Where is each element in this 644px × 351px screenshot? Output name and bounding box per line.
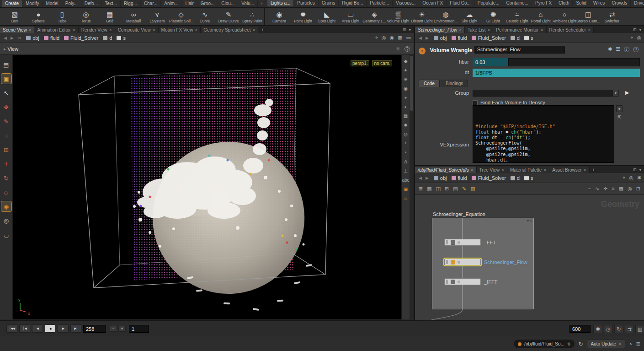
play-button[interactable]: ▶ <box>58 324 69 333</box>
pane-tab[interactable]: Schroedinger_Flow × <box>415 27 465 33</box>
pin-pane-icon[interactable]: ⌖ <box>375 35 378 41</box>
expand-editor-icon[interactable]: ⇱ <box>617 115 621 119</box>
pane-tab[interactable]: Render View × <box>79 27 115 33</box>
pane-maximize-icon[interactable]: ⬒ <box>1 59 11 70</box>
pane-tab[interactable]: Tree View × <box>477 167 507 173</box>
shelf-set-tab[interactable]: Particle... <box>367 0 393 6</box>
info-icon[interactable]: i <box>624 47 629 52</box>
split-view-icon[interactable]: ◫ <box>436 186 441 192</box>
jump-start-button[interactable]: │◀◀ <box>6 324 17 333</box>
shelf-set-tab[interactable]: Model <box>43 0 62 7</box>
thumb-view-icon[interactable]: ▦ <box>427 186 431 192</box>
help-icon[interactable]: ? <box>404 46 410 52</box>
shelf-tool[interactable]: ▧ Box <box>3 10 27 23</box>
pane-tab[interactable]: Scene View × <box>0 27 34 33</box>
lights-display-icon[interactable]: ✹ <box>404 123 407 128</box>
normals-icon[interactable]: ⊥ <box>404 168 408 174</box>
breadcrumb-item[interactable]: fluid <box>449 34 469 42</box>
notes-icon[interactable]: ✎ <box>462 186 466 192</box>
taskbar-icon[interactable]: ▤ <box>453 186 458 192</box>
recook-icon[interactable]: ↻ <box>578 341 583 347</box>
shelf-set-tab[interactable]: Rigg... <box>121 0 141 7</box>
shelf-set-tab[interactable]: Volu... <box>238 0 258 7</box>
pane-tab[interactable]: Composite View × <box>115 27 159 33</box>
shelf-set-tab[interactable]: Char... <box>141 0 161 7</box>
pane-tiles-icon[interactable]: ⊞ <box>633 167 637 172</box>
snap-grid-icon[interactable]: ✛ <box>603 186 607 192</box>
camera-link-icon[interactable]: ◉ <box>390 35 394 41</box>
breadcrumb-item[interactable]: fluid <box>449 174 469 182</box>
shelf-tool[interactable]: ◎ Torus <box>74 10 98 23</box>
network-node[interactable]: _IFFT <box>444 278 497 285</box>
translate-tool-icon[interactable]: ✛ <box>1 159 11 169</box>
breadcrumb-item[interactable]: Fluid_Solver <box>62 34 101 42</box>
node-body[interactable] <box>444 239 481 246</box>
shelf-tool[interactable]: ≈ Caustic Light <box>505 10 529 23</box>
pane-tab[interactable]: Geometry Spreadsheet × <box>201 27 258 33</box>
close-icon[interactable]: × <box>153 27 155 32</box>
breadcrumb-item[interactable]: s <box>522 34 536 42</box>
shelf-tool[interactable]: ○ Ambient Light <box>553 10 576 23</box>
heat-icon[interactable]: ♨ <box>404 196 408 201</box>
node-body[interactable] <box>444 259 481 265</box>
breadcrumb-item[interactable]: fluid <box>42 34 62 42</box>
dt-value-field[interactable]: 1/$FPS <box>473 69 640 77</box>
play-reverse-button[interactable]: ◀ <box>32 324 43 333</box>
forward-icon[interactable]: ▶ <box>10 36 15 40</box>
pane-tab[interactable]: Motion FX View × <box>159 27 201 33</box>
bind-density-checkbox[interactable] <box>473 100 478 105</box>
pane-tab[interactable]: Animation Editor × <box>34 27 78 33</box>
shelf-set-tab[interactable]: Rigid Bo... <box>339 0 367 6</box>
follow-selection-icon[interactable]: ◎ <box>629 175 633 181</box>
pose-tool-icon[interactable]: ◉ <box>1 201 11 211</box>
grid-toggle-icon[interactable]: ▦ <box>619 186 623 192</box>
grow-selection-icon[interactable]: ⊞ <box>1 145 11 155</box>
shelf-set-tab[interactable]: Lights a... <box>267 0 294 6</box>
add-shelf-tab-icon[interactable]: + <box>258 1 266 7</box>
frame-all-icon[interactable]: ⊡ <box>636 186 640 192</box>
hbar-slider[interactable] <box>508 58 640 66</box>
current-frame-field[interactable]: 258 <box>83 325 106 333</box>
viewport-scrollbar[interactable] <box>410 55 414 319</box>
update-mode-selector[interactable]: Auto Update ▾ <box>587 340 625 348</box>
param-subtab[interactable]: Bindings <box>441 80 468 87</box>
realtime-toggle-icon[interactable]: ◷ <box>604 325 613 333</box>
close-icon[interactable]: × <box>588 27 591 32</box>
breadcrumb-item[interactable]: obj <box>431 34 449 42</box>
shelf-tool[interactable]: ☀ Distant Light <box>410 10 434 23</box>
close-icon[interactable]: × <box>501 167 504 173</box>
adapt-icon[interactable]: Δ <box>404 159 407 165</box>
shelf-tool[interactable]: ● Sphere <box>27 10 50 23</box>
shelf-tool[interactable]: ◉ Camera <box>267 10 291 23</box>
shelf-set-tab[interactable]: Text... <box>101 0 121 7</box>
prev-frame-button[interactable]: │◀ <box>19 324 30 333</box>
shelf-tool[interactable]: ◈ Geometry L... <box>362 10 386 23</box>
vexpression-editor[interactable]: #include "$HIP/include/ISF.h"float hbar … <box>473 105 614 163</box>
shelf-tool[interactable]: ∞ Metaball <box>122 10 145 23</box>
shelf-set-tab[interactable]: Ocean FX <box>419 0 447 6</box>
shelf-set-tab[interactable]: Clou... <box>218 0 238 7</box>
shelf-set-tab[interactable]: Crowds <box>608 0 631 6</box>
close-icon[interactable]: × <box>459 27 462 32</box>
snapshot-icon[interactable]: ▣ <box>404 187 408 192</box>
shelf-set-tab[interactable]: Particles <box>294 0 318 6</box>
close-icon[interactable]: × <box>29 27 32 32</box>
jump-path-icon[interactable]: ⇒ <box>17 35 21 40</box>
rotate-tool-icon[interactable]: ↻ <box>1 173 11 183</box>
shelf-set-tab[interactable]: Anim... <box>161 0 182 7</box>
shelf-set-tab[interactable]: Viscous... <box>393 0 419 6</box>
hbar-value-field[interactable]: 0.03 <box>473 58 508 66</box>
shelf-tool[interactable]: ✹ Point Light <box>291 10 315 23</box>
layout-grid-icon[interactable]: ▦ <box>398 35 402 41</box>
pane-tab[interactable]: /obj/fluid/Fluid_Solver/d/s × <box>415 167 477 173</box>
shelf-tool[interactable]: ⋎ LSystem <box>145 10 169 23</box>
shelf-tool[interactable]: ◇ Platonic Soli... <box>169 10 193 23</box>
shelf-set-tab[interactable]: Groo... <box>197 0 218 7</box>
pane-menu-icon[interactable]: ▾ <box>639 27 641 32</box>
frame-increment-button[interactable]: + <box>118 326 126 332</box>
shelf-set-tab[interactable]: Solid <box>573 0 590 6</box>
pane-tab[interactable]: Take List × <box>465 27 493 33</box>
gear-icon[interactable]: ✱ <box>608 46 612 52</box>
breadcrumb-item[interactable]: s <box>114 34 128 42</box>
no-cam-label[interactable]: no cam. <box>372 60 392 66</box>
